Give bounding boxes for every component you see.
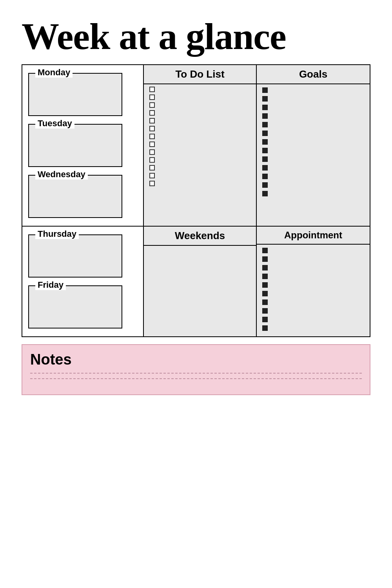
checkbox-4[interactable]: [149, 110, 155, 116]
appt-item-5[interactable]: [262, 282, 364, 288]
notes-section[interactable]: Notes: [22, 344, 370, 395]
appt-item-1[interactable]: [262, 248, 364, 253]
weekends-body[interactable]: [144, 246, 256, 336]
bullet-5: [262, 122, 268, 127]
page: Week at a glance Monday Tuesday Wednesda…: [0, 0, 392, 588]
checkbox-11[interactable]: [149, 165, 155, 171]
todo-item-10[interactable]: [149, 157, 250, 163]
goal-item-4[interactable]: [262, 113, 364, 119]
bullet-6: [262, 131, 268, 136]
appt-bullet-3: [262, 265, 268, 270]
goals-header: Goals: [257, 65, 370, 84]
checkbox-13[interactable]: [149, 181, 155, 186]
goal-item-12[interactable]: [262, 182, 364, 188]
bullet-3: [262, 105, 268, 110]
checkbox-1[interactable]: [149, 87, 155, 92]
todo-item-12[interactable]: [149, 173, 250, 178]
appointment-items: [257, 245, 370, 336]
checkbox-3[interactable]: [149, 102, 155, 108]
appointment-header: Appointment: [257, 227, 370, 245]
appt-bullet-9: [262, 317, 268, 322]
goal-item-1[interactable]: [262, 87, 364, 93]
goal-item-9[interactable]: [262, 156, 364, 162]
appt-bullet-7: [262, 299, 268, 305]
bullet-12: [262, 182, 268, 188]
monday-block: Monday: [28, 73, 139, 116]
todo-item-6[interactable]: [149, 126, 250, 131]
thursday-block: Thursday: [28, 234, 139, 278]
checkbox-2[interactable]: [149, 94, 155, 100]
tuesday-box[interactable]: [28, 124, 122, 167]
tuesday-label: Tuesday: [35, 118, 74, 129]
friday-box[interactable]: [28, 285, 122, 328]
todo-item-3[interactable]: [149, 102, 250, 108]
appt-item-6[interactable]: [262, 291, 364, 296]
bullet-2: [262, 96, 268, 102]
wednesday-label: Wednesday: [35, 169, 88, 180]
goal-item-13[interactable]: [262, 191, 364, 196]
days-bottom-col: Thursday Friday: [22, 227, 144, 336]
main-title: Week at a glance: [22, 16, 370, 57]
goal-item-8[interactable]: [262, 148, 364, 153]
weekends-section: Weekends: [144, 227, 257, 336]
todo-item-1[interactable]: [149, 87, 250, 92]
thursday-label: Thursday: [35, 229, 79, 239]
bullet-13: [262, 191, 268, 196]
checkbox-9[interactable]: [149, 149, 155, 155]
appt-item-7[interactable]: [262, 299, 364, 305]
friday-block: Friday: [28, 285, 139, 328]
wednesday-box[interactable]: [28, 175, 122, 218]
appt-item-8[interactable]: [262, 308, 364, 314]
bullet-10: [262, 165, 268, 171]
bullet-9: [262, 156, 268, 162]
todo-item-8[interactable]: [149, 142, 250, 147]
checkbox-10[interactable]: [149, 157, 155, 163]
appt-item-10[interactable]: [262, 325, 364, 331]
goal-item-5[interactable]: [262, 122, 364, 127]
appt-bullet-5: [262, 282, 268, 288]
appt-item-3[interactable]: [262, 265, 364, 270]
goal-item-3[interactable]: [262, 105, 364, 110]
todo-items: [144, 84, 256, 226]
goals-items: [257, 84, 370, 226]
todo-item-2[interactable]: [149, 94, 250, 100]
bullet-11: [262, 174, 268, 179]
goal-item-11[interactable]: [262, 174, 364, 179]
notes-line-1: [30, 373, 362, 374]
goal-item-6[interactable]: [262, 131, 364, 136]
bullet-1: [262, 87, 268, 93]
appt-bullet-6: [262, 291, 268, 296]
notes-title: Notes: [30, 351, 362, 368]
weekends-header: Weekends: [144, 227, 256, 246]
checkbox-12[interactable]: [149, 173, 155, 178]
checkbox-8[interactable]: [149, 142, 155, 147]
appt-bullet-8: [262, 308, 268, 314]
todo-item-13[interactable]: [149, 181, 250, 186]
appointment-section: Appointment: [257, 227, 370, 336]
todo-item-7[interactable]: [149, 134, 250, 139]
bullet-8: [262, 148, 268, 153]
bullet-7: [262, 139, 268, 145]
bullet-4: [262, 113, 268, 119]
friday-label: Friday: [35, 280, 66, 290]
goal-item-2[interactable]: [262, 96, 364, 102]
checkbox-5[interactable]: [149, 118, 155, 123]
wednesday-block: Wednesday: [28, 175, 139, 218]
notes-line-2: [30, 378, 362, 379]
monday-box[interactable]: [28, 73, 122, 116]
goal-item-10[interactable]: [262, 165, 364, 171]
checkbox-6[interactable]: [149, 126, 155, 131]
thursday-box[interactable]: [28, 234, 122, 278]
todo-item-5[interactable]: [149, 118, 250, 123]
appt-item-9[interactable]: [262, 317, 364, 322]
checkbox-7[interactable]: [149, 134, 155, 139]
todo-item-9[interactable]: [149, 149, 250, 155]
appt-item-4[interactable]: [262, 274, 364, 279]
goal-item-7[interactable]: [262, 139, 364, 145]
goals-section: Goals: [257, 65, 370, 226]
todo-item-4[interactable]: [149, 110, 250, 116]
tuesday-block: Tuesday: [28, 124, 139, 167]
appt-bullet-4: [262, 274, 268, 279]
appt-item-2[interactable]: [262, 256, 364, 262]
todo-item-11[interactable]: [149, 165, 250, 171]
